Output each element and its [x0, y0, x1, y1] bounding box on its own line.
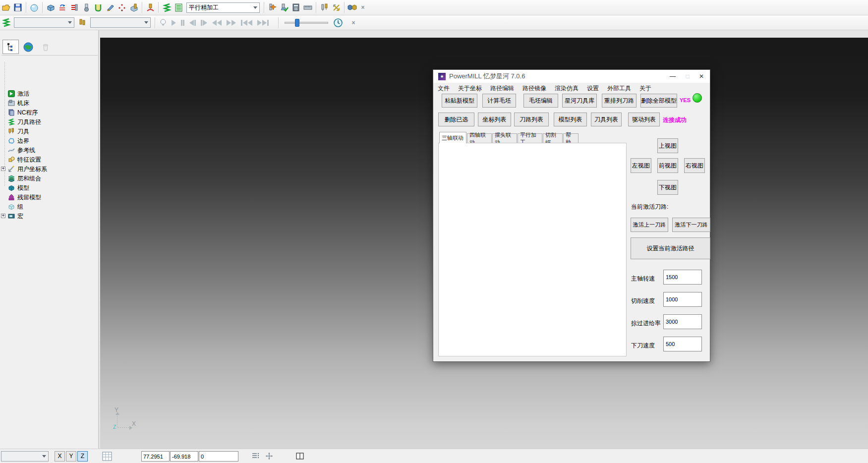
tree-item-activate[interactable]: 激活 [7, 89, 29, 98]
rearrange-toolpaths-button[interactable]: 重排列刀路 [602, 94, 637, 108]
split-pane-icon[interactable] [295, 452, 304, 462]
tool-list-button[interactable]: 刀具列表 [591, 113, 622, 126]
star-tool-icon[interactable] [266, 1, 278, 13]
tree-item-levels-sets[interactable]: 层和组合 [7, 174, 41, 183]
tool-pair-icon[interactable] [318, 1, 330, 13]
cutting-speed-input[interactable] [663, 292, 702, 307]
step-back-button[interactable] [189, 20, 196, 26]
calc-block-button[interactable]: 计算毛坯 [482, 94, 516, 108]
delete-all-models-button[interactable]: 删除全部模型 [640, 94, 677, 108]
list-options-icon[interactable] [251, 452, 260, 462]
menu-path-edit[interactable]: 路径编辑 [490, 84, 514, 93]
folder-open-icon[interactable] [0, 1, 12, 13]
calculator-icon[interactable] [290, 1, 302, 13]
pause-button[interactable] [181, 20, 184, 26]
ball-tool-icon[interactable] [80, 1, 92, 13]
view-right-button[interactable]: 右视图 [684, 158, 705, 173]
expand-icon[interactable]: + [1, 167, 5, 171]
tree-item-stock-models[interactable]: 残留模型 [7, 193, 41, 202]
activate-next-button[interactable]: 激活下一刀路 [672, 218, 710, 232]
powermill-toolpath-icon[interactable] [161, 1, 173, 13]
tab-parallel[interactable]: 平行加工 [518, 133, 542, 143]
set-active-path-button[interactable]: 设置当前激活路径 [631, 237, 710, 259]
statusbar-dropdown[interactable] [1, 451, 49, 462]
trash-tab[interactable] [37, 40, 54, 54]
strategy-dropdown[interactable]: 平行精加工 [186, 2, 260, 13]
tree-item-macros[interactable]: + 宏 [7, 212, 23, 221]
sim-tool-dropdown[interactable] [90, 17, 151, 28]
tree-item-tools[interactable]: 刀具 [7, 127, 29, 136]
tool-holder-icon[interactable] [144, 1, 156, 13]
plunge-speed-input[interactable] [663, 337, 702, 351]
coord-x-input[interactable] [141, 451, 170, 462]
diamond-points-icon[interactable] [116, 1, 128, 13]
tree-item-feature-sets[interactable]: 特征设置 [7, 155, 41, 164]
cube-pair-icon[interactable] [347, 1, 358, 13]
delete-selected-button[interactable]: 删除已选 [438, 113, 474, 126]
menu-about[interactable]: 关于 [639, 84, 651, 93]
sim-toolpath-dropdown[interactable] [14, 17, 74, 28]
menu-file[interactable]: 文件 [438, 84, 450, 93]
u-channel-icon[interactable] [92, 1, 104, 13]
spindle-speed-input[interactable] [663, 270, 702, 285]
step-forward-button[interactable] [201, 20, 207, 26]
tab-saw[interactable]: 切割锯 [543, 133, 563, 143]
paste-new-model-button[interactable]: 粘贴新模型 [442, 94, 477, 108]
tool-library-button[interactable]: 星河刀具库 [562, 94, 597, 108]
close-button[interactable]: ✕ [694, 70, 709, 83]
block-edit-button[interactable]: 毛坯编辑 [523, 94, 558, 108]
tab-4axis[interactable]: 四轴联动 [467, 133, 492, 143]
tab-3axis[interactable]: 三轴联动 [439, 132, 466, 143]
toolbar-close-icon[interactable]: × [349, 19, 358, 26]
shaded-sphere-icon[interactable] [28, 1, 40, 13]
speed-slider-handle[interactable] [295, 19, 299, 27]
rewind-button[interactable] [212, 20, 222, 26]
block-icon[interactable] [45, 1, 57, 13]
skim-feed-input[interactable] [663, 314, 702, 329]
axis-z-button[interactable]: Z [77, 451, 88, 462]
axis-x-button[interactable]: X [55, 451, 65, 462]
expand-icon[interactable]: + [1, 214, 5, 218]
world-tab[interactable] [20, 40, 36, 54]
tree-item-workplanes[interactable]: + 用户坐标系 [7, 165, 47, 174]
model-list-button[interactable]: 模型列表 [554, 113, 587, 126]
z-heights-icon[interactable] [68, 1, 80, 13]
menu-coords[interactable]: 关于坐标 [458, 84, 482, 93]
maximize-button[interactable]: □ [680, 70, 695, 83]
tab-help[interactable]: 帮助 [563, 133, 579, 143]
axis-y-button[interactable]: Y [66, 451, 76, 462]
tree-item-nc-program[interactable]: NC程序 [7, 108, 38, 117]
tool-block-icon[interactable] [128, 1, 140, 13]
toolpath-list-button[interactable]: 刀路列表 [514, 113, 549, 126]
coord-z-input[interactable] [199, 451, 238, 462]
tree-item-patterns[interactable]: 参考线 [7, 146, 35, 155]
tree-item-groups[interactable]: 组 [7, 202, 23, 211]
menu-settings[interactable]: 设置 [587, 84, 599, 93]
play-button[interactable] [172, 20, 176, 26]
activate-prev-button[interactable]: 激活上一刀路 [631, 218, 668, 232]
tree-item-boundaries[interactable]: 边界 [7, 136, 29, 145]
cross-arrows-icon[interactable] [330, 1, 342, 13]
tool-check-icon[interactable] [278, 1, 290, 13]
menu-external-tools[interactable]: 外部工具 [607, 84, 631, 93]
tree-item-toolpaths[interactable]: 刀具路径 [7, 117, 41, 126]
pencil-curve-icon[interactable] [104, 1, 116, 13]
lamp-icon[interactable] [157, 17, 169, 29]
tree-item-machine[interactable]: 机床 [7, 99, 29, 108]
go-start-button[interactable] [241, 20, 252, 26]
coord-list-button[interactable]: 坐标列表 [478, 113, 511, 126]
minimize-button[interactable]: — [665, 70, 680, 83]
coord-y-input[interactable] [170, 451, 198, 462]
save-icon[interactable] [12, 1, 24, 13]
fast-forward-button[interactable] [227, 20, 236, 26]
move-axes-icon[interactable] [264, 452, 274, 463]
ruler-icon[interactable] [302, 1, 314, 13]
tab-swivel[interactable]: 摆头联动 [492, 133, 517, 143]
curve-arrow-icon[interactable] [57, 1, 68, 13]
go-end-button[interactable] [257, 20, 269, 26]
strategy-list-icon[interactable] [173, 1, 184, 13]
menu-render-sim[interactable]: 渲染仿真 [555, 84, 579, 93]
grid-icon[interactable] [102, 452, 112, 463]
tree-item-models[interactable]: 模型 [7, 183, 29, 192]
view-bottom-button[interactable]: 下视图 [657, 180, 678, 195]
